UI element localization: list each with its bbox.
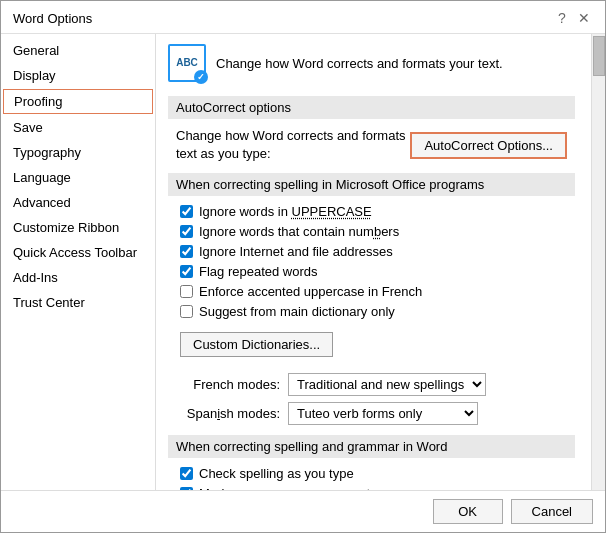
autocorrect-row: Change how Word corrects and formats tex… xyxy=(176,127,567,163)
close-button[interactable]: ✕ xyxy=(575,9,593,27)
content-inner: ABC ✓ Change how Word corrects and forma… xyxy=(156,34,605,490)
autocorrect-desc-line2: text as you type: xyxy=(176,145,406,163)
dialog-title: Word Options xyxy=(13,11,92,26)
custom-dictionaries-button[interactable]: Custom Dictionaries... xyxy=(180,332,333,357)
spelling-word-header: When correcting spelling and grammar in … xyxy=(168,435,575,458)
checkbox-mark-grammar: Mark grammar errors as you type xyxy=(176,486,567,490)
checkbox-suggest-main: Suggest from main dictionary only xyxy=(176,304,567,319)
cancel-button[interactable]: Cancel xyxy=(511,499,593,524)
checkbox-suggest-main-label: Suggest from main dictionary only xyxy=(199,304,395,319)
checkbox-ignore-numbers-label: Ignore words that contain numbers xyxy=(199,224,399,239)
checkbox-suggest-main-input[interactable] xyxy=(180,305,193,318)
checkbox-check-spelling-label: Check spelling as you type xyxy=(199,466,354,481)
sidebar-item-add-ins[interactable]: Add-Ins xyxy=(1,265,155,290)
french-modes-row: French modes: Traditional and new spelli… xyxy=(180,373,563,396)
checkbox-enforce-accented-input[interactable] xyxy=(180,285,193,298)
sidebar: General Display Proofing Save Typography… xyxy=(1,34,156,490)
uppercase-text: UPPERCASE xyxy=(292,204,372,219)
dialog-footer: OK Cancel xyxy=(1,490,605,532)
checkbox-ignore-uppercase-input[interactable] xyxy=(180,205,193,218)
main-content: ABC ✓ Change how Word corrects and forma… xyxy=(156,34,605,490)
sidebar-item-quick-access[interactable]: Quick Access Toolbar xyxy=(1,240,155,265)
autocorrect-description: Change how Word corrects and formats tex… xyxy=(176,127,406,163)
modes-section: French modes: Traditional and new spelli… xyxy=(180,373,563,425)
checkbox-mark-grammar-input[interactable] xyxy=(180,487,193,490)
checkbox-check-spelling-input[interactable] xyxy=(180,467,193,480)
sidebar-item-save[interactable]: Save xyxy=(1,115,155,140)
header-description: Change how Word corrects and formats you… xyxy=(216,56,503,71)
spanish-modes-select[interactable]: Tuteo verb forms only Tuteo and voseo fo… xyxy=(288,402,478,425)
checkbox-ignore-numbers-input[interactable] xyxy=(180,225,193,238)
french-modes-select[interactable]: Traditional and new spellings Traditiona… xyxy=(288,373,486,396)
title-actions: ? ✕ xyxy=(553,9,593,27)
autocorrect-section-header: AutoCorrect options xyxy=(168,96,575,119)
autocorrect-section-content: Change how Word corrects and formats tex… xyxy=(168,127,575,163)
abc-label: ABC xyxy=(176,58,198,68)
sidebar-item-trust-center[interactable]: Trust Center xyxy=(1,290,155,315)
checkbox-ignore-numbers: Ignore words that contain numbers xyxy=(176,224,567,239)
checkbox-check-spelling: Check spelling as you type xyxy=(176,466,567,481)
sidebar-item-advanced[interactable]: Advanced xyxy=(1,190,155,215)
checkbox-flag-repeated-input[interactable] xyxy=(180,265,193,278)
dialog-body: General Display Proofing Save Typography… xyxy=(1,34,605,490)
help-button[interactable]: ? xyxy=(553,9,571,27)
spelling-ms-content: Ignore words in UPPERCASE Ignore words t… xyxy=(168,204,575,425)
checkbox-ignore-uppercase-label: Ignore words in UPPERCASE xyxy=(199,204,372,219)
checkbox-ignore-internet-label: Ignore Internet and file addresses xyxy=(199,244,393,259)
sidebar-item-typography[interactable]: Typography xyxy=(1,140,155,165)
checkbox-enforce-accented: Enforce accented uppercase in French xyxy=(176,284,567,299)
sidebar-item-language[interactable]: Language xyxy=(1,165,155,190)
sidebar-item-display[interactable]: Display xyxy=(1,63,155,88)
checkbox-ignore-internet-input[interactable] xyxy=(180,245,193,258)
checkbox-mark-grammar-label: Mark grammar errors as you type xyxy=(199,486,391,490)
autocorrect-desc-line1: Change how Word corrects and formats xyxy=(176,127,406,145)
title-bar: Word Options ? ✕ xyxy=(1,1,605,34)
checkbox-flag-repeated-label: Flag repeated words xyxy=(199,264,318,279)
header-banner: ABC ✓ Change how Word corrects and forma… xyxy=(168,44,575,82)
sidebar-item-customize-ribbon[interactable]: Customize Ribbon xyxy=(1,215,155,240)
checkbox-ignore-internet: Ignore Internet and file addresses xyxy=(176,244,567,259)
french-modes-label: French modes: xyxy=(180,377,280,392)
ok-button[interactable]: OK xyxy=(433,499,503,524)
scrollbar-thumb[interactable] xyxy=(593,36,605,76)
spanish-underline: i xyxy=(217,406,220,421)
spelling-word-content: Check spelling as you type Mark grammar … xyxy=(168,466,575,490)
title-bar-left: Word Options xyxy=(13,11,92,26)
word-options-dialog: Word Options ? ✕ General Display Proofin… xyxy=(0,0,606,533)
sidebar-item-proofing[interactable]: Proofing xyxy=(3,89,153,114)
scrollbar-track[interactable] xyxy=(591,34,605,490)
autocorrect-options-button[interactable]: AutoCorrect Options... xyxy=(410,132,567,159)
checkbox-enforce-accented-label: Enforce accented uppercase in French xyxy=(199,284,422,299)
spanish-modes-row: Spanish modes: Tuteo verb forms only Tut… xyxy=(180,402,563,425)
checkmark-icon: ✓ xyxy=(194,70,208,84)
sidebar-item-general[interactable]: General xyxy=(1,38,155,63)
checkbox-ignore-uppercase: Ignore words in UPPERCASE xyxy=(176,204,567,219)
numbers-underline: b xyxy=(374,224,381,239)
checkbox-flag-repeated: Flag repeated words xyxy=(176,264,567,279)
spelling-ms-header: When correcting spelling in Microsoft Of… xyxy=(168,173,575,196)
abc-icon: ABC ✓ xyxy=(168,44,206,82)
spanish-modes-label: Spanish modes: xyxy=(180,406,280,421)
